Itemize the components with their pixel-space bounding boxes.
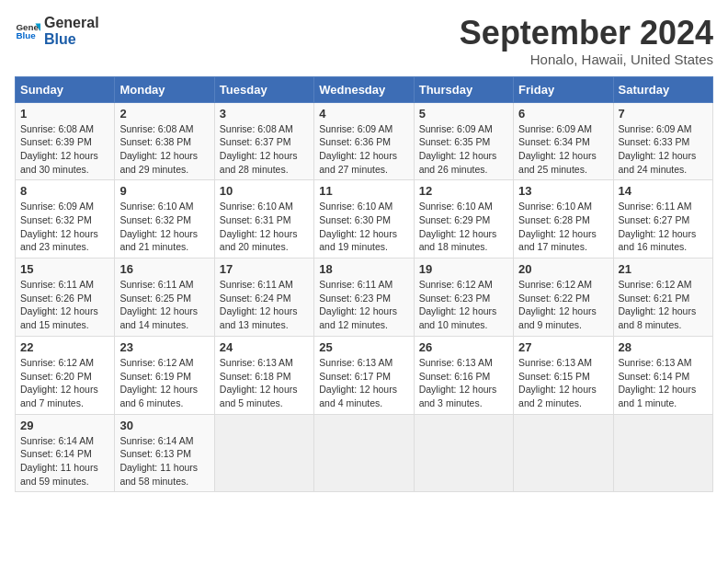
day-detail: Sunrise: 6:09 AM Sunset: 6:33 PM Dayligh… bbox=[619, 123, 697, 175]
table-row: 24 Sunrise: 6:13 AM Sunset: 6:18 PM Dayl… bbox=[214, 336, 313, 414]
day-detail: Sunrise: 6:10 AM Sunset: 6:32 PM Dayligh… bbox=[119, 201, 198, 252]
day-detail: Sunrise: 6:09 AM Sunset: 6:36 PM Dayligh… bbox=[319, 123, 397, 175]
header-wednesday: Wednesday bbox=[314, 76, 414, 102]
day-detail: Sunrise: 6:09 AM Sunset: 6:32 PM Dayligh… bbox=[20, 201, 98, 252]
day-detail: Sunrise: 6:12 AM Sunset: 6:19 PM Dayligh… bbox=[119, 357, 198, 408]
header-sunday: Sunday bbox=[16, 76, 115, 102]
day-detail: Sunrise: 6:08 AM Sunset: 6:38 PM Dayligh… bbox=[119, 123, 198, 175]
day-number: 22 bbox=[20, 340, 109, 354]
day-detail: Sunrise: 6:11 AM Sunset: 6:23 PM Dayligh… bbox=[319, 279, 397, 330]
title-area: September 2024 Honalo, Hawaii, United St… bbox=[460, 15, 713, 67]
day-number: 14 bbox=[619, 184, 708, 198]
page-header: General Blue General Blue September 2024… bbox=[15, 15, 713, 67]
day-detail: Sunrise: 6:12 AM Sunset: 6:22 PM Dayligh… bbox=[518, 279, 597, 330]
page-subtitle: Honalo, Hawaii, United States bbox=[460, 52, 713, 67]
table-row bbox=[514, 414, 613, 492]
day-number: 4 bbox=[319, 107, 408, 121]
day-number: 17 bbox=[220, 262, 309, 276]
table-row: 22 Sunrise: 6:12 AM Sunset: 6:20 PM Dayl… bbox=[16, 336, 115, 414]
table-row bbox=[314, 414, 414, 492]
day-detail: Sunrise: 6:10 AM Sunset: 6:30 PM Dayligh… bbox=[319, 201, 397, 252]
table-row: 16 Sunrise: 6:11 AM Sunset: 6:25 PM Dayl… bbox=[115, 259, 214, 337]
day-number: 6 bbox=[518, 107, 608, 121]
calendar-week-row: 22 Sunrise: 6:12 AM Sunset: 6:20 PM Dayl… bbox=[16, 336, 713, 414]
table-row: 18 Sunrise: 6:11 AM Sunset: 6:23 PM Dayl… bbox=[314, 259, 414, 337]
calendar-week-row: 15 Sunrise: 6:11 AM Sunset: 6:26 PM Dayl… bbox=[16, 259, 713, 337]
header-friday: Friday bbox=[514, 76, 613, 102]
day-detail: Sunrise: 6:12 AM Sunset: 6:21 PM Dayligh… bbox=[619, 279, 697, 330]
table-row: 15 Sunrise: 6:11 AM Sunset: 6:26 PM Dayl… bbox=[16, 259, 115, 337]
header-tuesday: Tuesday bbox=[214, 76, 313, 102]
day-number: 25 bbox=[319, 340, 408, 354]
table-row: 4 Sunrise: 6:09 AM Sunset: 6:36 PM Dayli… bbox=[314, 102, 414, 180]
table-row: 19 Sunrise: 6:12 AM Sunset: 6:23 PM Dayl… bbox=[414, 259, 513, 337]
weekday-header-row: Sunday Monday Tuesday Wednesday Thursday… bbox=[16, 76, 713, 102]
day-detail: Sunrise: 6:10 AM Sunset: 6:28 PM Dayligh… bbox=[518, 201, 597, 252]
day-detail: Sunrise: 6:09 AM Sunset: 6:34 PM Dayligh… bbox=[518, 123, 597, 175]
header-saturday: Saturday bbox=[613, 76, 712, 102]
day-number: 23 bbox=[119, 340, 209, 354]
table-row: 5 Sunrise: 6:09 AM Sunset: 6:35 PM Dayli… bbox=[414, 102, 513, 180]
day-detail: Sunrise: 6:11 AM Sunset: 6:27 PM Dayligh… bbox=[619, 201, 697, 252]
day-number: 1 bbox=[20, 107, 109, 121]
table-row: 23 Sunrise: 6:12 AM Sunset: 6:19 PM Dayl… bbox=[115, 336, 214, 414]
day-detail: Sunrise: 6:13 AM Sunset: 6:14 PM Dayligh… bbox=[619, 357, 697, 408]
table-row: 30 Sunrise: 6:14 AM Sunset: 6:13 PM Dayl… bbox=[115, 414, 214, 492]
day-number: 3 bbox=[220, 107, 309, 121]
day-detail: Sunrise: 6:11 AM Sunset: 6:26 PM Dayligh… bbox=[20, 279, 98, 330]
table-row: 20 Sunrise: 6:12 AM Sunset: 6:22 PM Dayl… bbox=[514, 259, 613, 337]
day-number: 20 bbox=[518, 262, 608, 276]
day-number: 16 bbox=[119, 262, 209, 276]
table-row: 28 Sunrise: 6:13 AM Sunset: 6:14 PM Dayl… bbox=[613, 336, 712, 414]
table-row bbox=[613, 414, 712, 492]
table-row: 29 Sunrise: 6:14 AM Sunset: 6:14 PM Dayl… bbox=[16, 414, 115, 492]
day-number: 11 bbox=[319, 184, 408, 198]
table-row: 9 Sunrise: 6:10 AM Sunset: 6:32 PM Dayli… bbox=[115, 180, 214, 259]
table-row: 25 Sunrise: 6:13 AM Sunset: 6:17 PM Dayl… bbox=[314, 336, 414, 414]
table-row: 7 Sunrise: 6:09 AM Sunset: 6:33 PM Dayli… bbox=[613, 102, 712, 180]
calendar-table: Sunday Monday Tuesday Wednesday Thursday… bbox=[15, 76, 713, 493]
page-title: September 2024 bbox=[460, 15, 713, 52]
day-detail: Sunrise: 6:13 AM Sunset: 6:17 PM Dayligh… bbox=[319, 357, 397, 408]
day-detail: Sunrise: 6:12 AM Sunset: 6:20 PM Dayligh… bbox=[20, 357, 98, 408]
day-number: 8 bbox=[20, 184, 109, 198]
day-number: 2 bbox=[119, 107, 209, 121]
table-row: 6 Sunrise: 6:09 AM Sunset: 6:34 PM Dayli… bbox=[514, 102, 613, 180]
table-row bbox=[414, 414, 513, 492]
calendar-week-row: 29 Sunrise: 6:14 AM Sunset: 6:14 PM Dayl… bbox=[16, 414, 713, 492]
day-detail: Sunrise: 6:11 AM Sunset: 6:24 PM Dayligh… bbox=[220, 279, 298, 330]
day-detail: Sunrise: 6:14 AM Sunset: 6:14 PM Dayligh… bbox=[20, 435, 98, 487]
day-detail: Sunrise: 6:08 AM Sunset: 6:37 PM Dayligh… bbox=[220, 123, 298, 175]
day-number: 15 bbox=[20, 262, 109, 276]
day-number: 27 bbox=[518, 340, 608, 354]
header-monday: Monday bbox=[115, 76, 214, 102]
logo-line2: Blue bbox=[44, 31, 99, 48]
day-number: 24 bbox=[220, 340, 309, 354]
day-number: 12 bbox=[419, 184, 508, 198]
day-number: 18 bbox=[319, 262, 408, 276]
table-row: 12 Sunrise: 6:10 AM Sunset: 6:29 PM Dayl… bbox=[414, 180, 513, 259]
table-row: 3 Sunrise: 6:08 AM Sunset: 6:37 PM Dayli… bbox=[214, 102, 313, 180]
day-detail: Sunrise: 6:10 AM Sunset: 6:29 PM Dayligh… bbox=[419, 201, 497, 252]
table-row: 26 Sunrise: 6:13 AM Sunset: 6:16 PM Dayl… bbox=[414, 336, 513, 414]
logo-line1: General bbox=[44, 15, 99, 31]
day-number: 5 bbox=[419, 107, 508, 121]
day-detail: Sunrise: 6:10 AM Sunset: 6:31 PM Dayligh… bbox=[220, 201, 298, 252]
day-detail: Sunrise: 6:13 AM Sunset: 6:15 PM Dayligh… bbox=[518, 357, 597, 408]
day-number: 9 bbox=[119, 184, 209, 198]
header-thursday: Thursday bbox=[414, 76, 513, 102]
table-row: 21 Sunrise: 6:12 AM Sunset: 6:21 PM Dayl… bbox=[613, 259, 712, 337]
day-detail: Sunrise: 6:09 AM Sunset: 6:35 PM Dayligh… bbox=[419, 123, 497, 175]
calendar-week-row: 1 Sunrise: 6:08 AM Sunset: 6:39 PM Dayli… bbox=[16, 102, 713, 180]
day-detail: Sunrise: 6:13 AM Sunset: 6:16 PM Dayligh… bbox=[419, 357, 497, 408]
day-number: 13 bbox=[518, 184, 608, 198]
logo: General Blue General Blue bbox=[15, 15, 99, 47]
day-detail: Sunrise: 6:12 AM Sunset: 6:23 PM Dayligh… bbox=[419, 279, 497, 330]
logo-icon: General Blue bbox=[15, 18, 40, 44]
day-number: 7 bbox=[619, 107, 708, 121]
day-number: 30 bbox=[119, 419, 209, 432]
day-number: 28 bbox=[619, 340, 708, 354]
day-number: 19 bbox=[419, 262, 508, 276]
day-number: 10 bbox=[220, 184, 309, 198]
table-row: 10 Sunrise: 6:10 AM Sunset: 6:31 PM Dayl… bbox=[214, 180, 313, 259]
